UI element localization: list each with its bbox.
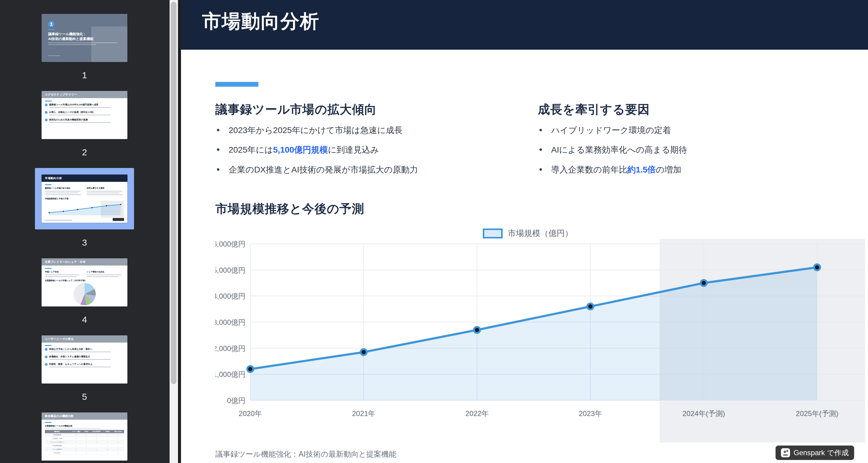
y-axis-tick-label: 1,000億円 xyxy=(215,370,245,378)
thumbnail-slide-header: 市場動向分析 xyxy=(41,175,127,182)
thumbnail-item-title: 議事録ツール市場は2025年5,100億円規模へ成長 xyxy=(49,103,98,106)
text-placeholder-line xyxy=(87,276,119,277)
bullet-circle-icon: • xyxy=(45,348,48,351)
x-axis-tick-label: 2023年 xyxy=(579,409,602,418)
comparison-table-value-cell: ✓ xyxy=(69,433,84,437)
thumbnail-slide-body: 議事録ツール市場の拡大傾向成長を牽引する要因市場規模推移と今後の予測 xyxy=(45,182,124,223)
comparison-table-value-cell: ✓ xyxy=(112,451,124,455)
genspark-sparkle-icon xyxy=(781,448,790,457)
accent-underline xyxy=(45,184,52,185)
comparison-table-value-cell: ✓ xyxy=(89,448,103,451)
x-axis-tick-label: 2021年 xyxy=(352,409,375,418)
thumbnail-number: 5 xyxy=(82,391,87,402)
comparison-table-value-cell: − xyxy=(89,451,103,455)
slide-title: 市場動向分析 xyxy=(202,8,319,34)
comparison-table-value-cell: ✓ xyxy=(89,437,103,440)
comparison-table-value-cell: ✓ xyxy=(83,440,89,444)
microphone-icon xyxy=(48,21,54,27)
slide-thumbnail-5[interactable]: ユーザーニーズの変化•単純な文字起こしから高度な分析・要約へ•多機能化・外部シス… xyxy=(41,335,127,384)
comparison-table-value-cell: ✓ xyxy=(103,451,112,455)
scrollbar-thumb[interactable] xyxy=(171,2,177,384)
bullet-circle-icon: • xyxy=(45,104,48,106)
market-size-area-chart: 0億円1,000億円2,000億円3,000億円4,000億円5,000億円6,… xyxy=(215,223,865,445)
slide-thumbnail-6[interactable]: 競合製品のAI機能比較主要議事録ツールのAI機能比較機能/製品スマート書記Not… xyxy=(41,412,127,461)
thumbnail-number: 2 xyxy=(82,147,87,158)
thumbnail-summary-item: •単純な文字起こしから高度な分析・要約へ xyxy=(45,348,124,352)
comparison-table-feature-cell: リアルタイム文字起こし xyxy=(45,440,69,444)
growth-drivers-bullet-list: ハイブリッドワーク環境の定着AIによる業務効率化への高まる期待導入企業数の前年比… xyxy=(538,126,845,185)
sidebar-scrollbar[interactable] xyxy=(169,0,178,463)
text-placeholder-line xyxy=(45,428,100,429)
accent-underline xyxy=(45,101,52,101)
comparison-table-feature-cell: AI自動要約機能 xyxy=(45,444,69,448)
text-placeholder-line xyxy=(87,274,121,275)
comparison-table-value-cell: − xyxy=(83,448,89,451)
genspark-badge-label: Genspark で作成 xyxy=(794,448,849,458)
text-placeholder-line xyxy=(49,367,111,367)
comparison-table-value-cell: ✓ xyxy=(103,444,112,448)
comparison-table-value-cell: − xyxy=(69,451,84,455)
bullet-circle-icon: • xyxy=(45,363,48,366)
thumbnail-item-title: 単純な文字起こしから高度な分析・要約へ xyxy=(49,348,92,351)
x-axis-tick-label: 2025年(予測) xyxy=(796,409,838,418)
slide-thumbnail-3[interactable]: 市場動向分析議事録ツール市場の拡大傾向成長を牽引する要因市場規模推移と今後の予測 xyxy=(41,175,127,223)
bullet-circle-icon: • xyxy=(45,356,48,358)
thumbnail-item-title: 差別化のための先進AI機能実装が急務 xyxy=(49,118,88,121)
genspark-badge[interactable]: Genspark で作成 xyxy=(776,445,854,460)
comparison-table-value-cell: − xyxy=(103,437,112,440)
thumbnail-number: 1 xyxy=(82,70,87,81)
text-placeholder-line xyxy=(45,191,81,192)
text-placeholder-line xyxy=(45,193,78,193)
slide-thumbnail-1[interactable]: 議事録ツール機能強化：AI技術の最新動向と提案機能 xyxy=(41,14,127,62)
comparison-table-value-cell: ✓ xyxy=(69,437,84,440)
y-axis-tick-label: 3,000億円 xyxy=(215,318,245,326)
comparison-table-header-cell: Notta xyxy=(83,430,89,433)
thumbnail-item-title: 多機能化・外部システム連携の需要拡大 xyxy=(49,355,90,358)
text-placeholder-line xyxy=(48,42,117,43)
thumbnail-title-line: AI技術の最新動向と提案機能 xyxy=(48,37,123,41)
slide-thumbnail-2[interactable]: エグゼクティブサマリー•議事録ツール市場は2025年5,100億円規模へ成長•A… xyxy=(41,91,127,139)
comparison-table-value-cell: ✓ xyxy=(103,440,112,444)
x-axis-tick-label: 2020年 xyxy=(239,409,262,418)
thumbnail-summary-item: •AI導入・自動化ニーズが急増（前年比1.5倍） xyxy=(45,111,124,115)
comparison-table-value-cell: ✓ xyxy=(69,444,84,448)
text-placeholder-line xyxy=(49,352,111,352)
y-axis-tick-label: 4,000億円 xyxy=(215,292,245,300)
thumbnail-item-title: 利便性・精度・セキュリティへの要求向上 xyxy=(49,363,92,366)
section-heading-market-expansion: 議事録ツール市場の拡大傾向 xyxy=(215,101,377,118)
accent-bar xyxy=(215,82,258,87)
comparison-table-value-cell: ✓ xyxy=(112,448,124,451)
slide-thumbnail-4[interactable]: 主要プレイヤーのシェア・分布市場シェア状況シェア構造の注目点主要議事録ツールの市… xyxy=(41,258,127,306)
comparison-table-value-cell: ✓ xyxy=(83,437,89,440)
thumbnail-block-2: エグゼクティブサマリー•議事録ツール市場は2025年5,100億円規模へ成長•A… xyxy=(41,91,127,158)
text-placeholder-line xyxy=(87,191,122,192)
thumbnail-title-line: 議事録ツール機能強化： xyxy=(48,32,123,37)
x-axis-tick-label: 2024年(予測) xyxy=(682,409,725,418)
comparison-table-value-cell: ✓ xyxy=(69,440,84,444)
bullet-item: ハイブリッドワーク環境の定着 xyxy=(538,126,845,135)
thumbnail-pie-title: 主要議事録ツールの市場シェア（2025年予測） xyxy=(45,279,124,282)
text-placeholder-line xyxy=(45,195,81,195)
thumbnail-slide-body: 市場シェア状況シェア構造の注目点主要議事録ツールの市場シェア（2025年予測） xyxy=(45,266,124,306)
text-placeholder-line xyxy=(87,193,120,193)
comparison-table-feature-cell: 音声認識精度 xyxy=(45,433,69,437)
y-axis-tick-label: 2,000億円 xyxy=(215,344,245,353)
comparison-table-value-cell: ✓ xyxy=(89,433,103,437)
bullet-item: 導入企業数の前年比約1.5倍の増加 xyxy=(538,165,845,174)
comparison-table-value-cell: ✓ xyxy=(89,440,103,444)
thumbnail-column: 市場シェア状況 xyxy=(45,271,83,278)
thumbnail-number: 4 xyxy=(82,314,87,325)
thumbnail-genspark-badge xyxy=(113,218,124,221)
comparison-table-feature-cell: 多言語対応 xyxy=(45,451,69,455)
thumbnail-summary-item: •差別化のための先進AI機能実装が急務 xyxy=(45,118,124,123)
thumbnail-column-heading: 成長を牽引する要因 xyxy=(87,187,124,190)
thumbnail-summary-item: •議事録ツール市場は2025年5,100億円規模へ成長 xyxy=(45,103,124,108)
thumbnail-summary-item: •利便性・精度・セキュリティへの要求向上 xyxy=(45,363,124,367)
slide-header: 市場動向分析 xyxy=(181,0,868,50)
thumbnail-block-4: 主要プレイヤーのシェア・分布市場シェア状況シェア構造の注目点主要議事録ツールの市… xyxy=(41,258,127,325)
accent-underline xyxy=(45,268,52,269)
accent-underline xyxy=(45,422,52,423)
comparison-table-value-cell: ✓ xyxy=(83,451,89,455)
thumbnail-column: 議事録ツール市場の拡大傾向 xyxy=(45,187,83,196)
comparison-table-value-cell: ✓ xyxy=(112,433,124,437)
